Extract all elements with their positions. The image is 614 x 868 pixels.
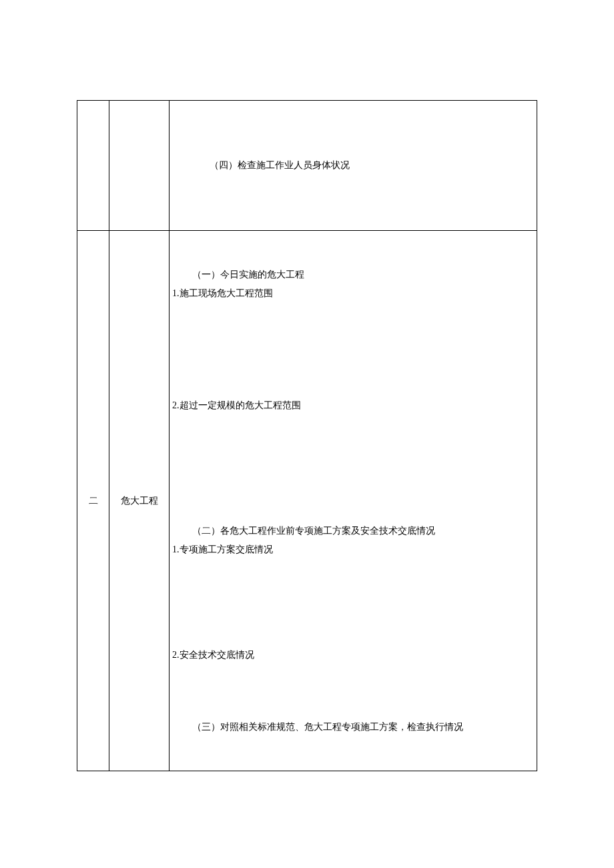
row-category-cell: 危大工程 (109, 231, 170, 771)
section-item: 1.专项施工方案交底情况 (172, 540, 534, 559)
row-content-cell: （一）今日实施的危大工程 1.施工现场危大工程范围 2.超过一定规模的危大工程范… (170, 231, 537, 771)
row-number-text: 二 (89, 496, 98, 506)
row-number-cell: 二 (77, 231, 109, 771)
row-content-cell: （四）检查施工作业人员身体状况 (170, 101, 537, 231)
table-row: 二 危大工程 （一）今日实施的危大工程 1.施工现场危大工程范围 2.超过一定规… (77, 231, 537, 771)
section-title: （三）对照相关标准规范、危大工程专项施工方案，检查执行情况 (172, 718, 534, 737)
table-row: （四）检查施工作业人员身体状况 (77, 101, 537, 231)
row-category-text: 危大工程 (121, 496, 158, 506)
section-title: （四）检查施工作业人员身体状况 (190, 156, 350, 175)
inspection-table: （四）检查施工作业人员身体状况 二 危大工程 （一）今日实施的危大工程 1.施工… (77, 100, 537, 771)
section-item: 2.安全技术交底情况 (172, 646, 534, 665)
row-number-cell (77, 101, 109, 231)
section-title: （一）今日实施的危大工程 (172, 266, 534, 284)
section-item: 2.超过一定规模的危大工程范围 (172, 396, 534, 415)
section-item: 1.施工现场危大工程范围 (172, 284, 534, 303)
document-page: （四）检查施工作业人员身体状况 二 危大工程 （一）今日实施的危大工程 1.施工… (0, 0, 614, 868)
section-title: （二）各危大工程作业前专项施工方案及安全技术交底情况 (172, 522, 534, 540)
row-category-cell (109, 101, 170, 231)
